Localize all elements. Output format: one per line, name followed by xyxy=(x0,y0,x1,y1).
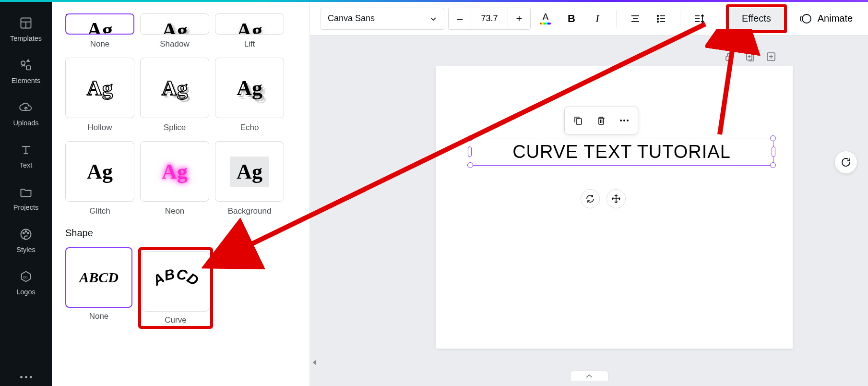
rail-templates-label: Templates xyxy=(10,35,42,42)
rail-uploads[interactable]: Uploads xyxy=(0,94,52,136)
rotate-button[interactable] xyxy=(834,151,857,174)
style-effects-grid: AgNone AgShadow AgLift AgHollow AgSplice… xyxy=(65,13,296,216)
list-icon xyxy=(656,13,666,24)
effects-panel: Effects AgNone AgShadow AgLift AgHollow … xyxy=(52,2,310,386)
rail-templates[interactable]: Templates xyxy=(0,10,52,52)
font-size-decrease[interactable]: – xyxy=(449,8,471,29)
move-icon xyxy=(611,194,621,204)
svg-point-37 xyxy=(620,120,622,121)
style-none-label: None xyxy=(90,39,110,49)
italic-button[interactable]: I xyxy=(586,8,608,30)
style-shadow-label: Shadow xyxy=(160,39,189,49)
style-lift[interactable]: Ag xyxy=(215,13,284,35)
bold-button[interactable]: B xyxy=(560,8,583,30)
font-size-input[interactable] xyxy=(471,8,508,29)
chevron-down-icon xyxy=(429,15,437,23)
canvas-area: CURVE TEXT TUTORIAL xyxy=(310,36,868,386)
animate-button[interactable]: Animate xyxy=(791,8,856,30)
rail-text[interactable]: Text xyxy=(0,136,52,179)
duplicate-element-button[interactable] xyxy=(568,111,589,130)
svg-text:co.: co. xyxy=(24,275,29,279)
transform-controls xyxy=(581,189,626,208)
rail-logos[interactable]: co. Logos xyxy=(0,263,52,305)
shape-row: ABCD None ABCD Curve xyxy=(65,247,296,329)
rail-uploads-label: Uploads xyxy=(13,119,38,127)
list-button[interactable] xyxy=(650,8,672,30)
page-strip-toggle[interactable] xyxy=(570,371,608,381)
sync-button[interactable] xyxy=(581,189,600,208)
rail-styles[interactable]: Styles xyxy=(0,221,52,263)
rail-elements-label: Elements xyxy=(12,77,40,84)
text-color-button[interactable]: A xyxy=(535,8,557,30)
chevron-up-icon xyxy=(585,374,593,378)
add-page-icon xyxy=(766,51,776,62)
shape-curve[interactable]: ABCD xyxy=(142,251,209,312)
rail-text-label: Text xyxy=(20,161,33,169)
font-selector[interactable]: Canva Sans xyxy=(321,8,444,30)
style-neon[interactable]: Ag xyxy=(140,141,209,202)
style-echo[interactable]: Ag xyxy=(215,58,284,118)
alignment-button[interactable] xyxy=(624,8,646,30)
font-name: Canva Sans xyxy=(328,13,375,24)
projects-icon xyxy=(19,185,33,199)
svg-rect-4 xyxy=(26,66,30,70)
style-splice[interactable]: Ag xyxy=(140,58,209,118)
svg-point-3 xyxy=(21,61,25,65)
left-nav-rail: Templates Elements Uploads Text Projects… xyxy=(0,2,52,386)
selected-text-element[interactable]: CURVE TEXT TUTORIAL xyxy=(470,138,773,166)
duplicate-page-button[interactable] xyxy=(743,50,757,63)
style-lift-label: Lift xyxy=(244,39,255,49)
rail-elements[interactable]: Elements xyxy=(0,52,52,94)
svg-point-38 xyxy=(623,120,625,121)
svg-rect-33 xyxy=(576,119,582,124)
align-icon xyxy=(630,13,641,24)
delete-element-button[interactable] xyxy=(591,111,612,130)
shape-heading: Shape xyxy=(65,228,296,239)
font-size-group: – + xyxy=(448,8,531,30)
shape-none-label: None xyxy=(89,312,109,321)
more-icon xyxy=(619,119,630,122)
style-neon-label: Neon xyxy=(165,206,185,216)
shape-none[interactable]: ABCD xyxy=(65,247,132,308)
svg-rect-34 xyxy=(599,118,604,124)
shape-none-preview: ABCD xyxy=(79,269,119,286)
sync-icon xyxy=(585,194,595,204)
lock-icon xyxy=(724,51,734,62)
svg-point-25 xyxy=(802,14,811,23)
style-shadow[interactable]: Ag xyxy=(140,13,209,35)
rail-styles-label: Styles xyxy=(16,246,36,253)
bold-icon: B xyxy=(568,12,575,25)
font-size-increase[interactable]: + xyxy=(508,8,530,29)
annotation-curve-highlight: ABCD Curve xyxy=(138,247,213,329)
templates-icon xyxy=(19,16,33,30)
style-background[interactable]: Ag xyxy=(215,141,284,202)
italic-icon: I xyxy=(595,12,599,25)
copy-icon xyxy=(573,115,583,126)
spacing-button[interactable] xyxy=(688,8,710,30)
style-none[interactable]: Ag xyxy=(65,13,134,35)
style-glitch[interactable]: Ag xyxy=(65,141,134,202)
style-glitch-label: Glitch xyxy=(89,206,110,216)
svg-point-16 xyxy=(657,15,659,16)
effects-button[interactable]: Effects xyxy=(729,8,784,30)
style-background-label: Background xyxy=(228,206,272,216)
page-controls xyxy=(722,50,778,63)
spacing-icon xyxy=(693,13,705,24)
logos-icon: co. xyxy=(19,270,33,283)
styles-icon xyxy=(19,228,33,241)
style-hollow[interactable]: Ag xyxy=(65,58,134,118)
rail-projects-label: Projects xyxy=(13,204,38,211)
horizontal-scroll-left[interactable] xyxy=(313,360,317,364)
add-page-button[interactable] xyxy=(764,50,778,63)
svg-point-7 xyxy=(25,231,26,232)
rail-more[interactable] xyxy=(20,371,32,383)
svg-rect-12 xyxy=(540,23,551,24)
text-icon xyxy=(19,143,33,157)
text-color-icon: A xyxy=(538,12,553,26)
lock-button[interactable] xyxy=(722,50,736,63)
rail-projects[interactable]: Projects xyxy=(0,179,52,221)
canvas-text: CURVE TEXT TUTORIAL xyxy=(470,138,773,165)
more-element-button[interactable] xyxy=(614,111,635,130)
move-button[interactable] xyxy=(606,189,626,208)
svg-text:ABCD: ABCD xyxy=(149,265,202,289)
